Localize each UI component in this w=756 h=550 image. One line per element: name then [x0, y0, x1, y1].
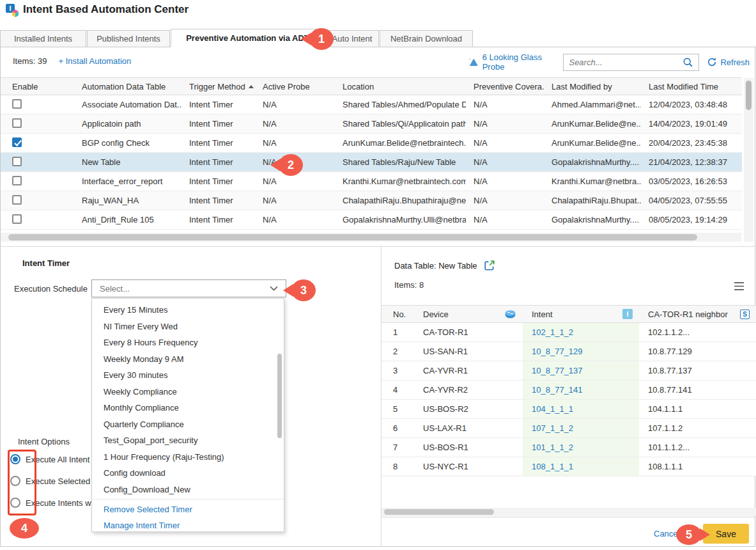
- data-table-scrollbar-thumb[interactable]: [384, 509, 494, 515]
- dropdown-option[interactable]: 1 Hour Frequency (Raju-Testing): [92, 449, 284, 466]
- data-table-row[interactable]: 7 US-BOS-R1 101_1_1_2 101.1.1.2...: [382, 438, 756, 457]
- tab-installed-intents[interactable]: Installed Intents: [0, 30, 86, 47]
- tab-published-intents[interactable]: Published Intents: [87, 30, 170, 47]
- cell-last-modified-time: 08/05/2023, 19:14:29: [641, 215, 742, 224]
- execution-schedule-select[interactable]: Select...: [91, 279, 286, 297]
- enable-checkbox[interactable]: [12, 195, 22, 205]
- data-table-row[interactable]: 4 CA-YVR-R2 10_8_77_141 10.8.77.141: [382, 381, 756, 400]
- cell-automation-data-table: Applicatoin path: [74, 119, 181, 129]
- intent-link[interactable]: 10_8_77_129: [532, 347, 583, 356]
- radio-execute-selected[interactable]: Execute Selected: [10, 476, 90, 486]
- main-table-body: Associate Automation Dat... Intent Timer…: [1, 95, 742, 230]
- enable-checkbox[interactable]: [12, 176, 22, 185]
- horizontal-scrollbar-thumb[interactable]: [8, 234, 697, 240]
- column-device[interactable]: Device: [414, 306, 523, 322]
- column-preventive-coverage[interactable]: Preventive Covera...: [466, 82, 544, 91]
- enable-checkbox[interactable]: [12, 157, 22, 166]
- search-input[interactable]: [569, 58, 683, 67]
- intent-link[interactable]: 107_1_1_2: [532, 423, 573, 433]
- items-count: Items: 39: [13, 56, 47, 66]
- enable-checkbox[interactable]: [12, 214, 22, 224]
- looking-glass-probe-icon: [468, 57, 479, 67]
- dropdown-option[interactable]: Test_Gopal_port_security: [92, 432, 284, 449]
- cell-no: 3: [382, 361, 414, 380]
- footer-divider: [382, 517, 756, 517]
- dropdown-scrollbar-thumb[interactable]: [277, 354, 282, 438]
- refresh-button[interactable]: Refresh: [707, 57, 750, 67]
- intent-link[interactable]: 10_8_77_141: [532, 385, 583, 395]
- column-active-probe[interactable]: Active Probe: [255, 82, 335, 91]
- column-last-modified-by[interactable]: Last Modified by: [544, 82, 641, 91]
- dropdown-option[interactable]: NI Timer Every Wed: [92, 318, 284, 335]
- cell-location: ArunKumar.Belide@netbraintech.c...: [335, 138, 466, 148]
- dropdown-option[interactable]: Every 30 minutes: [92, 367, 284, 384]
- data-table-horizontal-scrollbar[interactable]: [382, 508, 756, 516]
- chevron-down-icon: [270, 286, 278, 292]
- cell-automation-data-table: New Table: [74, 157, 181, 167]
- table-row[interactable]: New Table Intent Timer N/A Shared Tables…: [1, 153, 742, 172]
- dropdown-option[interactable]: Monthly Compliance: [92, 400, 284, 416]
- dropdown-option[interactable]: Every 15 Minutes: [92, 302, 284, 318]
- data-table-row[interactable]: 3 CA-YVR-R1 10_8_77_137 10.8.77.137: [382, 361, 756, 381]
- cell-trigger-method: Intent Timer: [181, 215, 255, 224]
- radio-execute-intents-with[interactable]: Execute Intents w: [10, 498, 91, 508]
- cell-preventive-coverage: N/A: [466, 196, 544, 205]
- main-table-vertical-scrollbar[interactable]: [744, 78, 753, 242]
- enable-checkbox[interactable]: [12, 138, 22, 147]
- dropdown-option[interactable]: Quarterly Compliance: [92, 416, 284, 433]
- table-row[interactable]: Associate Automation Dat... Intent Timer…: [1, 95, 742, 114]
- table-row[interactable]: Raju_WAN_HA Intent Timer N/A ChalapathiR…: [1, 191, 742, 210]
- manage-intent-timer-link[interactable]: Manage Intent Timer: [92, 517, 284, 533]
- data-table-row[interactable]: 1 CA-TOR-R1 102_1_1_2 102.1.1.2...: [382, 323, 756, 342]
- table-row[interactable]: Interface_error_report Intent Timer N/A …: [1, 172, 742, 191]
- table-row[interactable]: Applicatoin path Intent Timer N/A Shared…: [1, 114, 742, 134]
- intent-link[interactable]: 104_1_1_1: [532, 404, 573, 414]
- radio-execute-all-intents[interactable]: Execute All Intent: [10, 454, 89, 464]
- cell-location: Kranthi.Kumar@netbraintech.com/...: [335, 177, 466, 186]
- main-table-header: Enable Automation Data Table Trigger Met…: [1, 77, 742, 95]
- intent-link[interactable]: 101_1_1_2: [532, 443, 573, 452]
- radio-button[interactable]: [10, 498, 20, 508]
- hamburger-menu-icon[interactable]: [734, 281, 744, 291]
- remove-selected-timer-link[interactable]: Remove Selected Timer: [92, 501, 284, 517]
- data-table-row[interactable]: 5 US-BOS-R2 104_1_1_1 104.1.1.1: [382, 400, 756, 419]
- main-table-horizontal-scrollbar[interactable]: [1, 233, 741, 242]
- dropdown-option[interactable]: Weekly Monday 9 AM: [92, 351, 284, 368]
- cell-preventive-coverage: N/A: [466, 138, 544, 148]
- enable-checkbox[interactable]: [12, 118, 22, 128]
- open-in-new-icon[interactable]: [484, 260, 495, 271]
- search-box[interactable]: [563, 54, 699, 71]
- cell-last-modified-time: 21/04/2023, 12:38:37: [641, 157, 742, 167]
- install-automation-link[interactable]: + Install Automation: [58, 56, 131, 66]
- dropdown-option[interactable]: Config download: [92, 465, 284, 482]
- table-row[interactable]: Anti_Drift_Rule 105 Intent Timer N/A Gop…: [1, 210, 742, 230]
- looking-glass-probe-link[interactable]: 6 Looking Glass Probe: [468, 52, 555, 72]
- tab-netbrain-download[interactable]: NetBrain Download: [380, 30, 473, 47]
- column-no[interactable]: No.: [382, 306, 414, 322]
- column-location[interactable]: Location: [335, 82, 466, 91]
- data-table-row[interactable]: 8 US-NYC-R1 108_1_1_1 108.1.1.1: [382, 457, 756, 476]
- data-table-row[interactable]: 2 US-SAN-R1 10_8_77_129 10.8.77.129: [382, 342, 756, 361]
- dropdown-option[interactable]: Every 8 Hours Frequency: [92, 334, 284, 351]
- radio-button[interactable]: [10, 454, 20, 464]
- column-last-modified-time[interactable]: Last Modified Time: [641, 82, 742, 91]
- column-neighbor[interactable]: CA-TOR-R1 neighbor S: [639, 306, 756, 322]
- column-enable[interactable]: Enable: [1, 82, 74, 91]
- column-intent[interactable]: Intent I: [523, 306, 639, 322]
- vertical-scrollbar-thumb[interactable]: [746, 81, 752, 110]
- intent-link[interactable]: 102_1_1_2: [532, 327, 573, 337]
- table-row[interactable]: BGP config Check Intent Timer N/A ArunKu…: [1, 134, 742, 153]
- intent-link[interactable]: 108_1_1_1: [532, 462, 573, 471]
- intent-link[interactable]: 10_8_77_137: [532, 366, 583, 375]
- execution-schedule-label: Execution Schedule: [14, 284, 88, 294]
- dropdown-option[interactable]: Config_Download_New: [92, 482, 284, 498]
- radio-button[interactable]: [10, 476, 20, 486]
- cell-trigger-method: Intent Timer: [181, 157, 255, 167]
- search-icon[interactable]: [683, 57, 693, 68]
- cell-location: ChalapathiRaju.Bhupathiraju@netb...: [335, 196, 466, 205]
- dropdown-option[interactable]: Weekly Compliance: [92, 384, 284, 400]
- data-table-row[interactable]: 6 US-LAX-R1 107_1_1_2 107.1.1.2: [382, 419, 756, 438]
- column-trigger-method[interactable]: Trigger Method: [181, 82, 255, 91]
- column-automation-data-table[interactable]: Automation Data Table: [74, 82, 181, 91]
- enable-checkbox[interactable]: [12, 99, 22, 109]
